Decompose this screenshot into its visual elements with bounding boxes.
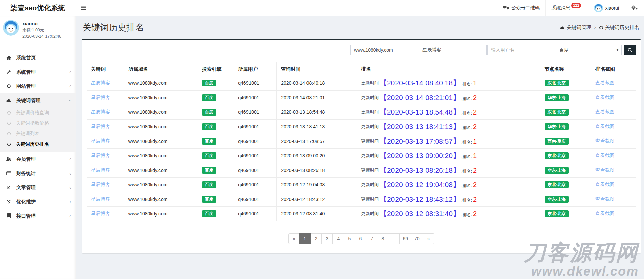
cell-keyword: 星辰博客 [87,192,124,207]
screenshot-link[interactable]: 查看截图 [595,167,614,173]
sidebar: xiaorui 余额:1.00元 2020-03-14 17:02:46 系统首… [0,16,76,279]
messages-menu-item[interactable]: 系统消息 122 [545,0,588,16]
tools-icon [6,199,12,204]
book-icon [6,213,12,218]
rank-prefix: 更新时间 [361,124,379,130]
column-header: 排名截图 [591,62,636,76]
pagination-page-5[interactable]: 5 [344,233,355,244]
sidebar-subitem-keyword-list[interactable]: 关键词列表 [0,128,76,139]
cell-rank: 更新时间【2020-03-13 08:26:18】,排名:2 [357,163,540,178]
sidebar-item-members[interactable]: 会员管理‹ [0,152,76,166]
pagination-page-70[interactable]: 70 [411,233,423,244]
pagination-page-7[interactable]: 7 [366,233,377,244]
sidebar-subitem-label: 关键词历史排名 [16,141,49,147]
keyword-link[interactable]: 星辰博客 [91,167,110,173]
node-badge: 华东-上海 [545,167,569,174]
cell-screenshot: 查看截图 [591,178,636,192]
pagination-prev[interactable]: « [288,233,299,244]
page-title: 关键词历史排名 [83,22,144,33]
cell-keyword: 星辰博客 [87,207,124,221]
sidebar-subitem-keyword-index-price[interactable]: 关键词指数价格 [0,118,76,128]
keyword-link[interactable]: 星辰博客 [91,211,110,216]
watermark-url: www.dkewl.com [524,265,639,278]
cell-node: 华东-上海 [540,91,591,105]
cell-query-time: 2020-03-12 18:43:12 [277,192,357,207]
pagination-page-4[interactable]: 4 [333,233,344,244]
keyword-link[interactable]: 星辰博客 [91,138,110,144]
keyword-link[interactable]: 星辰博客 [91,182,110,187]
settings-menu-item[interactable] [625,0,644,16]
sidebar-item-optimization[interactable]: 优化维护‹ [0,195,76,209]
screenshot-link[interactable]: 查看截图 [595,211,614,216]
cell-rank: 更新时间【2020-03-13 09:00:20】,排名:1 [357,149,540,163]
sidebar-datetime: 2020-03-14 17:02:46 [22,34,61,39]
user-menu-item[interactable]: xiaorui [588,0,625,16]
sidebar-item-system[interactable]: 系统管理‹ [0,65,76,79]
search-button[interactable] [624,45,636,55]
qrcode-menu-item[interactable]: 公众号二维码 [497,0,545,16]
pagination-page-1[interactable]: 1 [299,233,311,244]
cell-node: 东北-北京 [540,149,591,163]
users-icon [6,157,12,161]
keyword-link[interactable]: 星辰博客 [91,109,110,115]
rank-label: ,排名: [461,125,472,131]
keyword-link[interactable]: 星辰博客 [91,153,110,158]
pagination-next[interactable]: » [423,233,434,244]
pagination-page-2[interactable]: 2 [311,233,322,244]
pagination-page-8[interactable]: 8 [377,233,388,244]
domain-input[interactable] [350,45,418,55]
screenshot-link[interactable]: 查看截图 [595,95,614,100]
cell-engine: 百度 [198,163,234,178]
screenshot-link[interactable]: 查看截图 [595,182,614,187]
cell-domain: www.1080kdy.com [124,178,198,192]
cell-screenshot: 查看截图 [591,134,636,149]
rank-label: ,排名: [461,140,472,145]
sidebar-item-keywords[interactable]: 关键词管理› [0,93,76,107]
pagination-page-3[interactable]: 3 [322,233,333,244]
column-header: 搜索引擎 [198,62,234,76]
pagination-page-6[interactable]: 6 [355,233,366,244]
cell-rank: 更新时间【2020-03-14 08:21:01】,排名:2 [357,91,540,105]
column-header: 关键词 [87,62,124,76]
cell-node: 西南-重庆 [540,134,591,149]
screenshot-link[interactable]: 查看截图 [595,109,614,115]
engine-select[interactable]: 百度 [556,45,622,55]
sidebar-item-website[interactable]: 网站管理‹ [0,79,76,93]
rank-table: 关键词所属域名搜索引擎所属用户查询时间排名节点名称排名截图 星辰博客www.10… [87,62,636,221]
sidebar-item-api[interactable]: 接口管理‹ [0,209,76,223]
app-logo[interactable]: 柒壹seo优化系统 [0,0,76,16]
cell-query-time: 2020-03-14 08:40:18 [277,76,357,91]
hamburger-menu-icon[interactable] [76,0,91,16]
screenshot-link[interactable]: 查看截图 [595,196,614,202]
rank-prefix: 更新时间 [361,138,379,144]
engine-badge: 百度 [202,94,216,101]
cell-keyword: 星辰博客 [87,120,124,134]
rank-value: 2 [473,210,477,218]
cell-user: q4691001 [234,91,277,105]
pagination-page-69[interactable]: 69 [400,233,411,244]
cell-screenshot: 查看截图 [591,163,636,178]
node-badge: 华东-上海 [545,94,569,101]
cell-keyword: 星辰博客 [87,163,124,178]
rank-update-time: 【2020-03-12 08:31:40】 [380,209,460,218]
node-badge: 西南-重庆 [545,138,569,145]
keyword-link[interactable]: 星辰博客 [91,80,110,85]
rank-label: ,排名: [461,212,472,218]
screenshot-link[interactable]: 查看截图 [595,80,614,85]
search-icon [627,48,633,53]
breadcrumb-parent[interactable]: 关键词管理 [567,24,591,31]
sidebar-subitem-keyword-history-rank[interactable]: 关键词历史排名 [0,139,76,149]
sidebar-item-finance[interactable]: 财务统计‹ [0,166,76,180]
screenshot-link[interactable]: 查看截图 [595,138,614,144]
sidebar-subitem-keyword-price[interactable]: 关键词价格查询 [0,107,76,118]
sidebar-item-home[interactable]: 系统首页 [0,51,76,65]
screenshot-link[interactable]: 查看截图 [595,153,614,158]
user-input[interactable] [487,45,555,55]
keyword-input[interactable] [419,45,487,55]
keyword-link[interactable]: 星辰博客 [91,95,110,100]
keyword-link[interactable]: 星辰博客 [91,196,110,202]
sidebar-item-articles[interactable]: 文章管理‹ [0,180,76,195]
column-header: 排名 [357,62,540,76]
screenshot-link[interactable]: 查看截图 [595,124,614,129]
keyword-link[interactable]: 星辰博客 [91,124,110,129]
